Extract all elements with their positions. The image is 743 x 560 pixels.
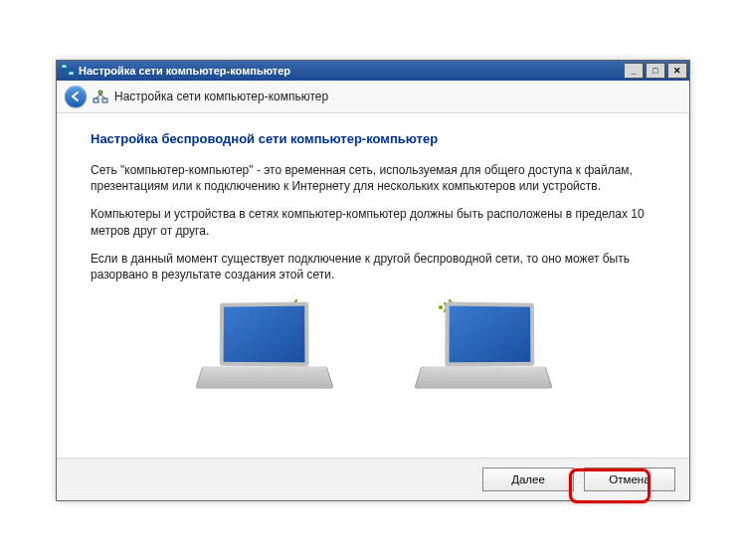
wizard-window: Настройка сети компьютер-компьютер _ □ ✕… xyxy=(56,60,690,501)
wizard-content: Настройка беспроводной сети компьютер-ко… xyxy=(57,113,689,458)
wizard-subtitle: Настройка сети компьютер-компьютер xyxy=(114,90,328,103)
network-setup-icon xyxy=(61,64,75,78)
description-paragraph-2: Компьютеры и устройства в сетях компьюте… xyxy=(91,206,655,238)
laptop-left-icon xyxy=(189,294,338,404)
adhoc-network-icon xyxy=(93,89,108,104)
wizard-header: Настройка сети компьютер-компьютер xyxy=(57,81,689,113)
svg-point-6 xyxy=(439,305,443,309)
svg-rect-2 xyxy=(93,98,98,102)
titlebar: Настройка сети компьютер-компьютер _ □ ✕ xyxy=(57,61,689,81)
description-paragraph-3: Если в данный момент существует подключе… xyxy=(91,251,655,282)
back-button[interactable] xyxy=(65,86,87,107)
svg-rect-1 xyxy=(69,72,74,76)
description-paragraph-1: Сеть "компьютер-компьютер" - это временн… xyxy=(91,162,655,194)
close-button[interactable]: ✕ xyxy=(667,63,687,79)
maximize-button[interactable]: □ xyxy=(646,63,665,79)
svg-rect-3 xyxy=(102,98,107,102)
minimize-button[interactable]: _ xyxy=(624,63,644,79)
laptop-right-icon xyxy=(408,294,557,404)
svg-rect-0 xyxy=(62,65,67,69)
window-title: Настройка сети компьютер-компьютер xyxy=(79,65,624,77)
cancel-button[interactable]: Отмена xyxy=(584,467,675,491)
illustration xyxy=(91,294,655,404)
wizard-footer: Далее Отмена xyxy=(57,458,689,500)
page-heading: Настройка беспроводной сети компьютер-ко… xyxy=(91,131,655,146)
next-button[interactable]: Далее xyxy=(482,467,574,491)
